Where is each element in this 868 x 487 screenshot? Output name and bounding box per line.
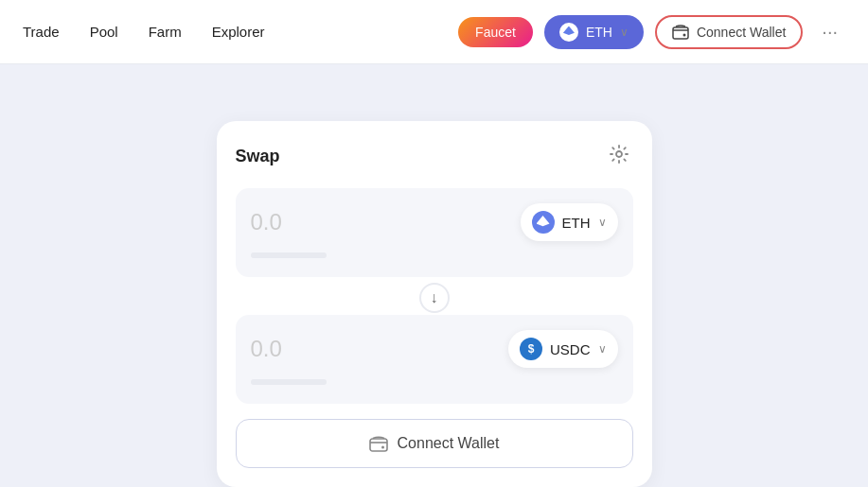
faucet-button[interactable]: Faucet bbox=[458, 17, 533, 47]
eth-network-button[interactable]: ETH ∨ bbox=[544, 15, 644, 49]
to-token-chevron-icon: ∨ bbox=[598, 342, 607, 356]
wallet-icon-main bbox=[369, 435, 388, 452]
main-nav: Trade Pool Farm Explorer bbox=[23, 24, 458, 40]
swap-title: Swap bbox=[236, 147, 280, 166]
from-token-label: ETH bbox=[562, 215, 591, 231]
from-token-selector[interactable]: ETH ∨ bbox=[521, 203, 618, 241]
connect-wallet-header-button[interactable]: Connect Wallet bbox=[655, 15, 803, 49]
svg-point-2 bbox=[616, 151, 622, 157]
header-right: Faucet ETH ∨ Connect Wallet ··· bbox=[458, 15, 845, 49]
from-token-row: ETH ∨ bbox=[251, 203, 618, 241]
svg-point-4 bbox=[381, 446, 384, 449]
header: Trade Pool Farm Explorer Faucet ETH ∨ Co… bbox=[0, 0, 868, 64]
connect-wallet-main-button[interactable]: Connect Wallet bbox=[236, 419, 633, 468]
to-token-label: USDC bbox=[550, 341, 591, 357]
down-arrow-icon: ↓ bbox=[431, 289, 438, 306]
eth-icon bbox=[559, 23, 578, 42]
nav-explorer[interactable]: Explorer bbox=[212, 24, 265, 40]
main-content: Swap ETH ∨ bbox=[0, 64, 868, 487]
connect-wallet-header-label: Connect Wallet bbox=[697, 25, 786, 40]
nav-trade[interactable]: Trade bbox=[23, 24, 60, 40]
chevron-down-icon: ∨ bbox=[620, 26, 629, 39]
svg-point-1 bbox=[682, 33, 685, 36]
nav-pool[interactable]: Pool bbox=[90, 24, 118, 40]
connect-wallet-main-label: Connect Wallet bbox=[398, 435, 500, 452]
svg-rect-3 bbox=[370, 439, 387, 451]
wallet-icon bbox=[672, 25, 689, 40]
svg-rect-0 bbox=[673, 27, 688, 39]
from-token-area: ETH ∨ bbox=[236, 188, 633, 277]
from-amount-input[interactable] bbox=[251, 209, 421, 235]
usdc-token-icon: $ bbox=[520, 338, 542, 360]
eth-diamond-inner-icon bbox=[537, 216, 550, 229]
swap-direction-button[interactable]: ↓ bbox=[419, 283, 450, 313]
eth-diamond-icon bbox=[563, 26, 575, 38]
from-balance-line bbox=[251, 252, 327, 258]
eth-token-icon bbox=[532, 211, 555, 234]
to-token-selector[interactable]: $ USDC ∨ bbox=[508, 330, 618, 368]
settings-button[interactable] bbox=[605, 140, 633, 173]
swap-arrow-container: ↓ bbox=[236, 281, 633, 315]
nav-farm[interactable]: Farm bbox=[149, 24, 182, 40]
to-amount-input[interactable] bbox=[251, 336, 421, 362]
to-token-area: $ USDC ∨ bbox=[236, 315, 633, 404]
swap-header: Swap bbox=[236, 140, 633, 173]
eth-label: ETH bbox=[586, 25, 612, 40]
more-options-button[interactable]: ··· bbox=[814, 17, 845, 46]
to-token-row: $ USDC ∨ bbox=[251, 330, 618, 368]
from-token-chevron-icon: ∨ bbox=[598, 216, 607, 229]
gear-icon bbox=[609, 144, 629, 165]
swap-card: Swap ETH ∨ bbox=[217, 121, 652, 487]
to-balance-line bbox=[251, 379, 327, 385]
